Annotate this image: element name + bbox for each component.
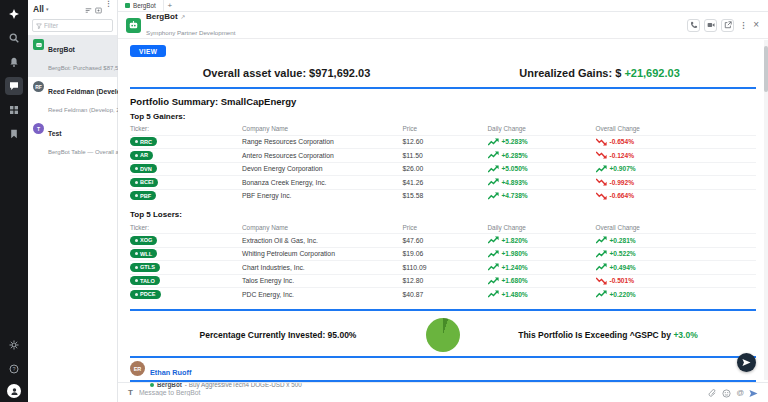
external-link-icon[interactable]: ↗ bbox=[181, 13, 186, 20]
search-icon[interactable] bbox=[5, 29, 23, 47]
ticker-chip[interactable]: GTLS bbox=[130, 263, 160, 272]
gainer-row: DVN Devon Energy Corporation $26.00 +5.0… bbox=[130, 162, 756, 176]
cashtag-icon bbox=[135, 266, 138, 269]
overall-change: +0.522% bbox=[596, 250, 757, 258]
daily-change: +5.283% bbox=[488, 138, 596, 146]
overall-change: +0.907% bbox=[596, 165, 757, 173]
view-button[interactable]: VIEW bbox=[130, 45, 166, 57]
trend-icon bbox=[596, 250, 607, 258]
loser-row: WLL Whiting Petroleum Corporation $19.06… bbox=[130, 247, 756, 261]
gainer-row: BCEI Bonanza Creek Energy, Inc. $41.26 +… bbox=[130, 175, 756, 189]
cashtag-icon bbox=[135, 181, 138, 184]
more-options-icon[interactable]: ⋮ bbox=[738, 21, 748, 30]
compose-icon[interactable] bbox=[95, 0, 102, 18]
bot-tab-icon bbox=[125, 3, 130, 8]
mention-icon[interactable]: @ bbox=[736, 388, 744, 397]
sidebar-header: All ▾ ⋮ bbox=[28, 0, 117, 18]
message-input[interactable] bbox=[139, 389, 702, 396]
trend-icon bbox=[596, 192, 607, 200]
user-avatar[interactable]: ER bbox=[130, 361, 145, 376]
gainer-row: PBF PBF Energy Inc. $15.58 +4.738% -0.66… bbox=[130, 189, 756, 203]
overall-change: +0.494% bbox=[596, 263, 757, 271]
trend-icon bbox=[596, 151, 607, 159]
export-pop-out-button[interactable] bbox=[721, 19, 734, 32]
chat-subtitle: Symphony Partner Development bbox=[146, 29, 235, 36]
losers-title: Top 5 Losers: bbox=[130, 210, 756, 219]
trend-icon bbox=[488, 151, 499, 159]
conversation-item-test[interactable]: T Test BergBot Table — Overall asset val… bbox=[28, 119, 117, 161]
notifications-bell-icon[interactable] bbox=[5, 53, 23, 71]
ticker-chip[interactable]: BCEI bbox=[130, 178, 158, 187]
cashtag-icon bbox=[135, 167, 138, 170]
trend-icon bbox=[488, 277, 499, 285]
company-name: Talos Energy Inc. bbox=[242, 277, 403, 284]
room-avatar: T bbox=[33, 123, 44, 134]
trend-icon bbox=[596, 178, 607, 186]
ticker-chip[interactable]: TALO bbox=[130, 276, 160, 285]
conversation-item-reed-feldman[interactable]: RF Reed Feldman (Develop, 2) Reed Feldma… bbox=[28, 77, 117, 119]
loser-row: TALO Talos Energy Inc. $12.80 +1.680% -0… bbox=[130, 274, 756, 288]
daily-change: +1.820% bbox=[488, 236, 596, 244]
emoji-icon[interactable] bbox=[722, 384, 731, 402]
trend-icon bbox=[488, 138, 499, 146]
funnel-icon bbox=[36, 23, 42, 29]
message-author[interactable]: Ethan Ruoff bbox=[150, 368, 191, 377]
scrollbar[interactable] bbox=[764, 40, 768, 380]
scrollbar-thumb[interactable] bbox=[764, 46, 768, 92]
svg-text:?: ? bbox=[12, 366, 15, 372]
price-value: $26.00 bbox=[403, 165, 488, 172]
ticker-chip[interactable]: PDCE bbox=[130, 290, 161, 299]
chats-icon[interactable] bbox=[5, 77, 23, 95]
tab-bergbot[interactable]: BergBot bbox=[118, 0, 164, 11]
scroll-to-latest-button[interactable] bbox=[737, 353, 756, 372]
attachment-icon[interactable] bbox=[708, 384, 717, 402]
more-icon[interactable]: ⋮ bbox=[105, 0, 112, 18]
price-value: $11.50 bbox=[403, 152, 488, 159]
trend-icon bbox=[488, 290, 499, 298]
close-icon[interactable]: × bbox=[752, 20, 760, 30]
conversation-item-bergbot[interactable]: BergBot BergBot: Purchased $87,500 share… bbox=[28, 35, 117, 77]
bookmarks-icon[interactable] bbox=[5, 125, 23, 143]
video-call-button[interactable] bbox=[704, 19, 717, 32]
filter-chats-input[interactable] bbox=[44, 22, 109, 29]
ticker-chip[interactable]: DVN bbox=[130, 164, 157, 173]
cashtag-icon bbox=[135, 252, 138, 255]
daily-change: +1.980% bbox=[488, 250, 596, 258]
message-composer: T @ bbox=[118, 382, 768, 402]
daily-change: +1.240% bbox=[488, 263, 596, 271]
trend-icon bbox=[488, 178, 499, 186]
table-header: Ticker:Company NamePriceDaily ChangeOver… bbox=[130, 221, 756, 233]
applications-grid-icon[interactable] bbox=[5, 101, 23, 119]
ticker-chip[interactable]: PBF bbox=[130, 191, 156, 200]
company-name: PDC Energy, Inc. bbox=[242, 291, 403, 298]
ticker-chip[interactable]: XOG bbox=[130, 236, 157, 245]
company-name: Range Resources Corporation bbox=[242, 138, 403, 145]
sidebar-filter-title[interactable]: All bbox=[33, 4, 44, 14]
overall-change: -0.992% bbox=[596, 178, 757, 186]
trend-icon bbox=[596, 165, 607, 173]
gains-amount: +21,692.03 bbox=[624, 67, 679, 79]
profile-avatar[interactable] bbox=[7, 384, 21, 398]
ticker-chip[interactable]: AR bbox=[130, 151, 153, 160]
bot-avatar bbox=[126, 18, 141, 33]
price-value: $12.60 bbox=[403, 138, 488, 145]
company-name: Whiting Petroleum Corporation bbox=[242, 250, 403, 257]
price-value: $40.87 bbox=[403, 291, 488, 298]
summary-figures: Overall asset value: $971,692.03 Unreali… bbox=[130, 67, 756, 79]
call-button[interactable] bbox=[687, 19, 700, 32]
chat-main: BergBot + BergBot ↗ Symphony Partner Dev… bbox=[118, 0, 768, 402]
trend-icon bbox=[488, 165, 499, 173]
cashtag-icon bbox=[135, 293, 138, 296]
ticker-chip[interactable]: WLL bbox=[130, 249, 157, 258]
new-tab-button[interactable]: + bbox=[164, 0, 176, 11]
send-button[interactable] bbox=[749, 384, 758, 402]
help-icon[interactable]: ? bbox=[5, 360, 23, 378]
text-format-icon[interactable]: T bbox=[128, 388, 133, 397]
cashtag-icon bbox=[135, 239, 138, 242]
conversation-name: Test bbox=[48, 130, 61, 137]
ticker-chip[interactable]: RRC bbox=[130, 137, 157, 146]
chevron-down-icon[interactable]: ▾ bbox=[46, 6, 49, 12]
trend-icon bbox=[596, 290, 607, 298]
settings-gear-icon[interactable] bbox=[5, 336, 23, 354]
sort-icon[interactable] bbox=[85, 0, 92, 18]
